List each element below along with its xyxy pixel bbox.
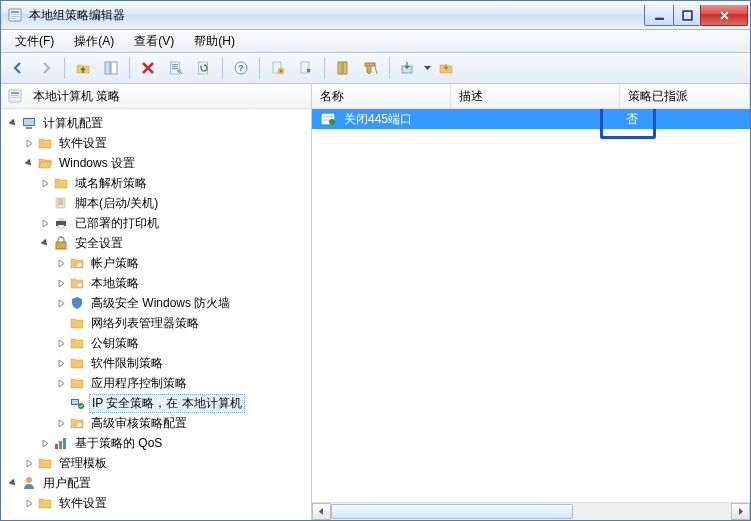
export-button[interactable]	[395, 55, 421, 81]
tree-pane: 本地计算机 策略 计算机配置 软件设置 Windows 设置 域名解析策略 脚本…	[1, 84, 312, 520]
tree-user-software[interactable]: 软件设置	[1, 493, 311, 513]
tree-admin-templates[interactable]: 管理模板	[1, 453, 311, 473]
filter1-button[interactable]	[330, 55, 356, 81]
collapse-icon[interactable]	[21, 155, 37, 171]
show-hide-tree-button[interactable]	[98, 55, 124, 81]
scroll-track[interactable]	[331, 504, 731, 519]
list-body[interactable]: 关闭445端口 否	[312, 109, 750, 502]
tree-computer-config[interactable]: 计算机配置	[1, 113, 311, 133]
export-dropdown[interactable]	[423, 66, 431, 70]
minimize-button[interactable]	[644, 5, 674, 26]
toolbar-sep-2	[129, 57, 130, 79]
svg-rect-10	[172, 64, 178, 65]
tree-dns-policy[interactable]: 域名解析策略	[1, 173, 311, 193]
expand-icon[interactable]	[53, 415, 69, 431]
scroll-right-button[interactable]	[731, 503, 750, 520]
col-name[interactable]: 名称	[312, 84, 451, 108]
scroll-thumb[interactable]	[331, 504, 573, 519]
svg-rect-7	[105, 62, 110, 74]
svg-rect-6	[683, 11, 692, 20]
svg-rect-34	[56, 242, 66, 249]
folder-icon	[37, 135, 53, 151]
collapse-icon[interactable]	[5, 115, 21, 131]
tree-scripts[interactable]: 脚本(启动/关机)	[1, 193, 311, 213]
cell-assigned: 否	[618, 111, 750, 128]
back-button[interactable]	[5, 55, 31, 81]
toolbar: ?	[1, 53, 750, 84]
svg-point-46	[329, 119, 335, 125]
svg-rect-20	[338, 62, 342, 74]
expand-icon[interactable]	[53, 275, 69, 291]
tree-user-config[interactable]: 用户配置	[1, 473, 311, 493]
expand-icon[interactable]	[53, 295, 69, 311]
filter2-button[interactable]	[358, 55, 384, 81]
policy-folder-icon	[69, 275, 85, 291]
svg-rect-32	[58, 218, 64, 221]
list-row[interactable]: 关闭445端口 否	[312, 109, 750, 129]
tree-account-policy[interactable]: 帐户策略	[1, 253, 311, 273]
expand-icon[interactable]	[37, 435, 53, 451]
tree-printers[interactable]: 已部署的打印机	[1, 213, 311, 233]
svg-rect-35	[77, 263, 82, 267]
tree-adv-audit[interactable]: 高级审核策略配置	[1, 413, 311, 433]
properties-button[interactable]	[163, 55, 189, 81]
tree-software-restrict[interactable]: 软件限制策略	[1, 353, 311, 373]
svg-rect-21	[343, 62, 347, 74]
tree-adv-firewall[interactable]: 高级安全 Windows 防火墙	[1, 293, 311, 313]
create-policy-button[interactable]	[265, 55, 291, 81]
expand-icon[interactable]	[37, 215, 53, 231]
col-desc[interactable]: 描述	[451, 84, 620, 108]
tree-software-settings[interactable]: 软件设置	[1, 133, 311, 153]
toolbar-sep-4	[259, 57, 260, 79]
tree-header-label: 本地计算机 策略	[33, 88, 120, 105]
svg-rect-22	[365, 63, 375, 66]
toolbar-sep-6	[389, 57, 390, 79]
scroll-left-button[interactable]	[312, 503, 331, 520]
tree-view[interactable]: 计算机配置 软件设置 Windows 设置 域名解析策略 脚本(启动/关机) 已…	[1, 109, 311, 520]
refresh-button[interactable]	[191, 55, 217, 81]
expand-icon[interactable]	[21, 495, 37, 511]
folder-icon	[37, 455, 53, 471]
assign-button[interactable]	[293, 55, 319, 81]
expand-icon[interactable]	[21, 135, 37, 151]
forward-button[interactable]	[33, 55, 59, 81]
tree-local-policy[interactable]: 本地策略	[1, 273, 311, 293]
collapse-icon[interactable]	[5, 475, 21, 491]
tree-qos[interactable]: 基于策略的 QoS	[1, 433, 311, 453]
svg-rect-38	[72, 400, 78, 404]
delete-button[interactable]	[135, 55, 161, 81]
tree-windows-settings[interactable]: Windows 设置	[1, 153, 311, 173]
expand-icon[interactable]	[53, 335, 69, 351]
collapse-icon[interactable]	[37, 235, 53, 251]
cell-name: 关闭445端口	[312, 111, 450, 128]
tree-appctrl-policy[interactable]: 应用程序控制策略	[1, 373, 311, 393]
menu-view[interactable]: 查看(V)	[126, 31, 182, 52]
tree-pubkey-policy[interactable]: 公钥策略	[1, 333, 311, 353]
svg-rect-40	[77, 423, 82, 427]
expand-icon[interactable]	[53, 375, 69, 391]
maximize-button[interactable]	[673, 5, 701, 26]
help-button[interactable]: ?	[228, 55, 254, 81]
up-button[interactable]	[70, 55, 96, 81]
expand-icon[interactable]	[37, 175, 53, 191]
menu-file[interactable]: 文件(F)	[7, 31, 62, 52]
expand-icon[interactable]	[21, 455, 37, 471]
tree-netlist-policy[interactable]: 网络列表管理器策略	[1, 313, 311, 333]
svg-rect-12	[172, 68, 178, 69]
folder-open-icon	[37, 155, 53, 171]
titlebar[interactable]: 本地组策略编辑器	[1, 1, 750, 30]
tree-security-settings[interactable]: 安全设置	[1, 233, 311, 253]
menu-action[interactable]: 操作(A)	[66, 31, 122, 52]
svg-rect-11	[172, 66, 178, 67]
close-button[interactable]	[700, 5, 748, 26]
svg-rect-14	[199, 62, 208, 74]
menu-help[interactable]: 帮助(H)	[186, 31, 243, 52]
expand-icon[interactable]	[53, 355, 69, 371]
expand-icon[interactable]	[53, 255, 69, 271]
hscrollbar[interactable]	[312, 502, 750, 520]
col-assigned[interactable]: 策略已指派	[620, 84, 750, 108]
tree-ipsec-policy[interactable]: IP 安全策略，在 本地计算机	[1, 393, 311, 413]
import-button[interactable]	[433, 55, 459, 81]
svg-rect-1	[11, 11, 19, 13]
svg-rect-43	[63, 438, 66, 449]
